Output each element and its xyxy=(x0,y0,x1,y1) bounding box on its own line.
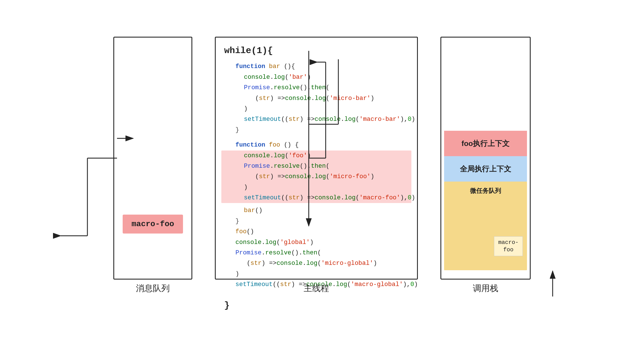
console-method: console xyxy=(244,74,270,81)
call-stack-panel: foo执行上下文 全局执行上下文 微任务队列 macro-foo xyxy=(440,37,531,280)
function-foo-line: function foo () { xyxy=(224,140,409,150)
main-thread-panel: while(1){ function bar (){ console.log('… xyxy=(215,37,418,280)
foo-context-box: foo执行上下文 xyxy=(444,131,527,156)
settimeout-foo-line: setTimeout((str) =>console.log('macro-fo… xyxy=(224,193,409,203)
promise-global-line: Promise.resolve().then( xyxy=(224,248,409,258)
call-stack-label: 调用栈 xyxy=(440,283,531,294)
global-context-box: 全局执行上下文 xyxy=(444,156,527,182)
console-foo-line: console.log('foo') xyxy=(224,151,409,161)
lambda-micro-foo: (str) =>console.log('micro-foo') xyxy=(224,171,409,182)
message-queue-panel: macro-foo xyxy=(113,37,192,280)
paren-close-bar: ) xyxy=(224,104,409,114)
console-global-line: console.log('global') xyxy=(224,237,409,248)
message-queue-label: 消息队列 xyxy=(113,283,192,294)
foo-call-line: foo() xyxy=(224,226,409,237)
code-block: while(1){ function bar (){ console.log('… xyxy=(224,43,409,313)
paren-close-global: ) xyxy=(224,269,409,279)
while-text: while(1){ xyxy=(224,45,273,56)
close-bar: } xyxy=(224,125,409,135)
macro-foo-small-label: macro-foo xyxy=(498,239,519,253)
paren-close-foo: ) xyxy=(224,182,409,193)
lambda-micro-global: (str) =>console.log('micro-global') xyxy=(224,258,409,269)
promise-bar-line: Promise.resolve().then( xyxy=(224,82,409,93)
foo-context-label: foo执行上下文 xyxy=(462,139,510,149)
lambda-micro-bar: (str) =>console.log('micro-bar') xyxy=(224,93,409,104)
bar-call-line: bar() xyxy=(224,205,409,216)
promise-foo-line: Promise.resolve().then( xyxy=(224,161,409,171)
highlighted-foo-block: console.log('foo') Promise.resolve().the… xyxy=(221,151,411,203)
micro-task-queue-box: 微任务队列 macro-foo xyxy=(444,182,527,270)
paren: (){ xyxy=(284,63,295,70)
while-close: } xyxy=(224,298,409,313)
macro-foo-small: macro-foo xyxy=(494,236,523,256)
micro-task-queue-label: 微任务队列 xyxy=(447,184,524,195)
settimeout-bar-line: setTimeout((str) =>console.log('macro-ba… xyxy=(224,114,409,125)
bar-name: bar xyxy=(269,63,280,70)
macro-foo-label: macro-foo xyxy=(131,220,174,228)
function-bar-line: function bar (){ xyxy=(224,61,409,72)
close-foo: } xyxy=(224,216,409,226)
macro-foo-box: macro-foo xyxy=(123,215,183,234)
console-bar-line: console.log('bar') xyxy=(224,72,409,82)
while-header: while(1){ xyxy=(224,43,409,58)
kw-function-bar: function xyxy=(235,63,265,70)
global-context-label: 全局执行上下文 xyxy=(460,164,511,174)
main-thread-label: 主线程 xyxy=(215,283,418,294)
